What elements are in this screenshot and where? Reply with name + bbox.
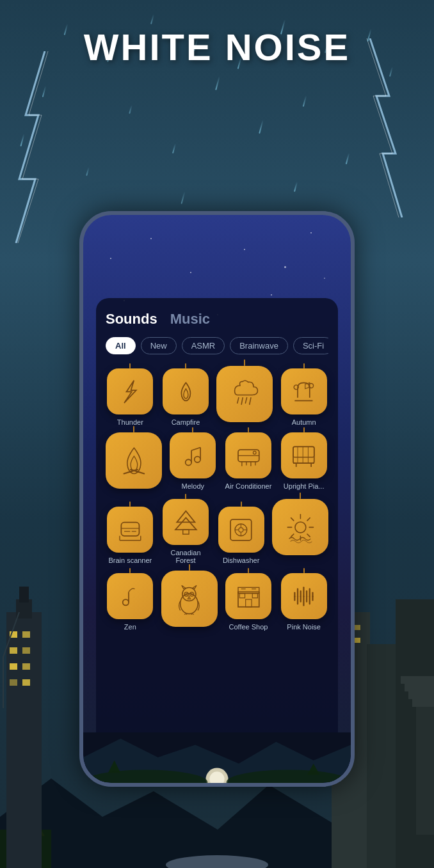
svg-point-79 [295, 522, 306, 533]
svg-line-102 [193, 613, 194, 614]
svg-rect-55 [293, 446, 314, 457]
dishwasher-icon [218, 507, 264, 553]
sound-item-rain[interactable] [216, 366, 273, 426]
owl-icon [161, 571, 218, 627]
svg-rect-22 [22, 647, 30, 654]
svg-line-99 [184, 613, 186, 614]
pink-noise-icon [281, 573, 327, 619]
svg-point-74 [239, 527, 243, 532]
svg-rect-26 [22, 679, 30, 686]
forest-icon [163, 499, 209, 545]
svg-line-86 [307, 517, 310, 520]
rain-icon [216, 366, 273, 422]
filter-all[interactable]: All [106, 337, 136, 354]
sound-item-autumn[interactable]: Autumn [281, 368, 327, 426]
svg-point-88 [123, 599, 129, 605]
zen-icon [107, 573, 153, 619]
filter-brainwave[interactable]: Brainwave [230, 337, 288, 354]
brain-scanner-icon [107, 507, 153, 553]
svg-line-37 [250, 397, 251, 404]
svg-point-43 [195, 456, 200, 462]
phone-screen: Sounds Music All New ASMR Brainwave Sci-… [83, 215, 351, 783]
svg-rect-104 [238, 587, 259, 593]
fire-icon [106, 432, 162, 489]
svg-rect-20 [22, 631, 30, 638]
svg-rect-14 [412, 699, 434, 707]
sound-item-canadian-forest[interactable]: Canadian Forest [161, 499, 211, 564]
phone-bottom-landscape [83, 732, 351, 783]
autumn-icon [281, 368, 327, 414]
coffee-shop-label: Coffee Shop [229, 623, 268, 631]
svg-rect-13 [408, 691, 434, 699]
svg-line-87 [291, 534, 293, 537]
sound-item-upright-piano[interactable]: Upright Pia... [281, 432, 327, 493]
melody-icon [170, 432, 216, 478]
sound-item-zen[interactable]: Zen [107, 573, 153, 631]
svg-line-46 [191, 447, 200, 450]
sound-item-brain-scanner[interactable]: Brain scanner [107, 507, 153, 564]
tab-sounds[interactable]: Sounds [106, 311, 157, 327]
filter-scifi[interactable]: Sci-Fi [293, 337, 328, 354]
svg-rect-15 [416, 707, 434, 835]
sound-item-pink-noise[interactable]: Pink Noise [281, 573, 327, 631]
svg-rect-71 [182, 530, 188, 534]
sound-item-owl[interactable] [161, 571, 218, 631]
app-title: WHITE NOISE [0, 26, 434, 68]
svg-rect-12 [405, 684, 434, 691]
svg-rect-21 [10, 647, 17, 654]
svg-rect-62 [121, 522, 139, 535]
svg-line-34 [237, 397, 239, 402]
svg-rect-5 [354, 625, 360, 630]
upright-piano-label: Upright Pia... [284, 482, 325, 490]
city-buildings-left [0, 580, 51, 868]
svg-marker-93 [193, 585, 197, 588]
svg-rect-24 [22, 663, 30, 670]
tab-bar: Sounds Music [106, 311, 328, 327]
autumn-label: Autumn [292, 418, 316, 426]
campfire-label: Campfire [172, 418, 200, 426]
phone-mockup: Sounds Music All New ASMR Brainwave Sci-… [79, 211, 355, 787]
sound-grid-row2: Melody Air Conditi [106, 432, 328, 493]
filter-asmr[interactable]: ASMR [182, 337, 225, 354]
svg-line-35 [241, 397, 243, 404]
svg-line-85 [307, 534, 310, 537]
svg-point-53 [253, 451, 256, 454]
sound-item-fire[interactable] [106, 432, 162, 493]
thunder-label: Thunder [117, 418, 143, 426]
tab-music[interactable]: Music [170, 311, 210, 327]
svg-rect-18 [19, 587, 29, 603]
svg-rect-54 [293, 446, 314, 463]
svg-marker-92 [182, 585, 186, 588]
filter-pills-bar: All New ASMR Brainwave Sci-Fi Baby [106, 337, 328, 354]
sound-item-thunder[interactable]: Thunder [107, 368, 153, 426]
thunder-icon [107, 368, 153, 414]
svg-point-42 [186, 459, 191, 465]
svg-rect-107 [252, 593, 257, 597]
svg-line-84 [291, 517, 293, 520]
dishwasher-label: Dishwasher [223, 556, 259, 564]
sound-grid-row3: Brain scanner Canadian Forest [106, 499, 328, 564]
pink-noise-label: Pink Noise [287, 623, 321, 631]
coffee-shop-icon [225, 573, 271, 619]
svg-line-36 [245, 397, 246, 402]
sound-item-coffee-shop[interactable]: Coffee Shop [225, 573, 271, 631]
svg-rect-105 [245, 599, 251, 607]
svg-rect-72 [230, 519, 252, 541]
sunshine-icon [272, 499, 328, 555]
sound-item-dishwasher[interactable]: Dishwasher [218, 507, 264, 564]
sound-item-campfire[interactable]: Campfire [163, 368, 209, 426]
svg-rect-23 [10, 663, 17, 670]
filter-new[interactable]: New [141, 337, 177, 354]
sound-item-melody[interactable]: Melody [170, 432, 216, 493]
svg-rect-1 [367, 644, 399, 868]
svg-rect-25 [10, 679, 17, 686]
sound-grid-row1: Thunder Campfire [106, 366, 328, 426]
svg-rect-8 [354, 638, 360, 643]
svg-rect-11 [401, 676, 434, 684]
app-content-panel: Sounds Music All New ASMR Brainwave Sci-… [96, 298, 338, 745]
sound-item-air-conditioner[interactable]: Air Conditioner [225, 432, 272, 493]
air-conditioner-icon [225, 432, 271, 478]
piano-icon [281, 432, 327, 478]
campfire-icon [163, 368, 209, 414]
sound-item-sunshine[interactable] [272, 499, 328, 564]
